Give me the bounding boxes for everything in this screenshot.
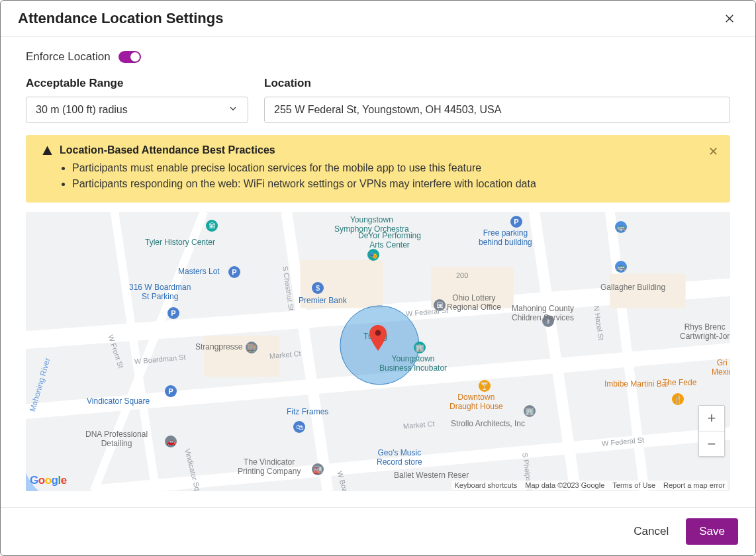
save-button[interactable]: Save <box>686 518 738 545</box>
alert-title-row: Location-Based Attendance Best Practices <box>42 144 701 156</box>
transit-icon: 🚌 <box>615 221 627 233</box>
range-label: Acceptable Range <box>26 77 248 90</box>
attendance-location-modal: Attendance Location Settings Enforce Loc… <box>0 0 756 556</box>
alert-close-button[interactable]: ✕ <box>706 143 721 160</box>
zoom-in-button[interactable]: + <box>699 406 724 431</box>
settings-fields: Acceptable Range 30 m (100 ft) radius Lo… <box>26 77 730 123</box>
alert-bullet: Participants must enable precise locatio… <box>72 160 701 176</box>
enforce-location-row: Enforce Location <box>26 50 730 64</box>
range-select-value: 30 m (100 ft) radius <box>36 104 128 116</box>
enforce-location-toggle[interactable] <box>118 51 141 63</box>
alert-title: Location-Based Attendance Best Practices <box>60 144 275 156</box>
alert-bullets: Participants must enable precise locatio… <box>42 160 701 192</box>
modal-footer: Cancel Save <box>1 507 755 555</box>
map-keyboard-shortcuts[interactable]: Keyboard shortcuts <box>454 481 517 489</box>
theater-icon: 🎭 <box>367 249 379 261</box>
office-icon: 🏛 <box>434 299 446 311</box>
business-icon: 🏭 <box>312 463 324 475</box>
map-report-link[interactable]: Report a map error <box>663 481 725 489</box>
enforce-location-label: Enforce Location <box>26 50 111 64</box>
svg-point-5 <box>375 330 381 336</box>
cancel-button[interactable]: Cancel <box>631 520 671 543</box>
google-logo: Google <box>30 474 67 487</box>
close-icon <box>724 13 735 24</box>
office-icon: ⚕ <box>542 315 554 327</box>
restaurant-icon: 🍸 <box>479 380 491 392</box>
map-marker-icon <box>369 325 387 354</box>
business-icon: 🚗 <box>165 436 177 447</box>
modal-body: Enforce Location Acceptable Range 30 m (… <box>1 37 755 507</box>
svg-rect-3 <box>610 274 685 308</box>
restaurant-icon: 🍴 <box>672 393 684 405</box>
best-practices-alert: Location-Based Attendance Best Practices… <box>26 135 730 203</box>
chevron-down-icon <box>228 103 238 116</box>
warning-icon <box>42 145 53 156</box>
parking-icon: P <box>228 266 240 278</box>
parking-icon: P <box>167 307 179 319</box>
map-zoom-control: + − <box>698 405 725 457</box>
parking-icon: P <box>510 216 522 228</box>
transit-icon: 🚌 <box>615 261 627 273</box>
close-button[interactable] <box>721 10 738 27</box>
map-data-label: Map data ©2023 Google <box>525 481 604 489</box>
toggle-knob <box>130 52 140 62</box>
zoom-out-button[interactable]: − <box>699 431 724 456</box>
museum-icon: 🏛 <box>206 220 218 232</box>
bank-icon: $ <box>312 282 324 294</box>
modal-header: Attendance Location Settings <box>1 1 755 37</box>
location-input[interactable] <box>264 97 730 123</box>
range-select[interactable]: 30 m (100 ft) radius <box>26 97 248 123</box>
business-icon: 🏢 <box>524 405 536 417</box>
map-attribution: Keyboard shortcuts Map data ©2023 Google… <box>451 481 728 490</box>
svg-rect-4 <box>204 336 279 377</box>
modal-title: Attendance Location Settings <box>18 10 223 27</box>
parking-icon: P <box>165 385 177 397</box>
map-terms-link[interactable]: Terms of Use <box>612 481 655 489</box>
range-field: Acceptable Range 30 m (100 ft) radius <box>26 77 248 123</box>
business-icon: 🏢 <box>414 342 426 353</box>
business-icon: 🏬 <box>246 342 258 353</box>
location-field: Location <box>264 77 730 123</box>
business-icon: 🛍 <box>293 421 305 433</box>
alert-bullet: Participants responding on the web: WiFi… <box>72 176 701 192</box>
map[interactable]: Youngstown Symphony Orchestra 🏛 Tyler Hi… <box>26 212 730 491</box>
location-label: Location <box>264 77 730 90</box>
